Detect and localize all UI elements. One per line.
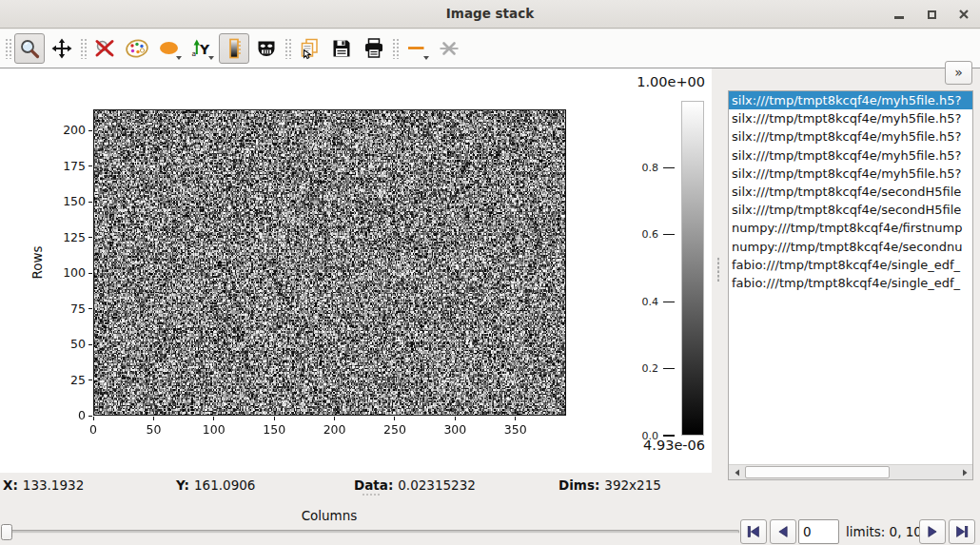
splitter-handle[interactable] — [712, 68, 728, 480]
close-button[interactable] — [948, 0, 980, 29]
url-list[interactable]: silx:///tmp/tmpt8kcqf4e/myh5file.h5?silx… — [728, 90, 973, 480]
list-item[interactable]: silx:///tmp/tmpt8kcqf4e/myh5file.h5? — [729, 91, 972, 109]
y-tick-mark — [88, 308, 92, 309]
pan-mode-button[interactable] — [47, 33, 77, 64]
colorbar-tick-mark — [663, 302, 675, 302]
keep-aspect-ratio-button[interactable] — [154, 33, 185, 64]
last-frame-button[interactable] — [949, 519, 975, 544]
colorbar-gradient[interactable] — [681, 101, 704, 436]
toolbar-grip — [392, 38, 399, 59]
first-frame-button[interactable] — [740, 519, 767, 544]
y-tick-label: 125 — [46, 230, 86, 244]
dropdown-arrow-icon — [176, 56, 182, 60]
toolbar: Y a — [0, 29, 980, 68]
y-tick-label: 50 — [46, 337, 86, 351]
reset-zoom-button[interactable] — [89, 33, 120, 64]
y-axis-label: Rows — [29, 243, 45, 282]
next-frame-icon — [923, 522, 942, 541]
profile-button[interactable] — [402, 33, 432, 64]
y-tick-mark — [88, 273, 92, 274]
splitter-dots-icon — [362, 493, 381, 496]
titlebar: Image stack — [0, 0, 980, 29]
svg-text:a: a — [192, 49, 197, 58]
zoom-mode-button[interactable] — [14, 33, 45, 64]
print-button[interactable] — [359, 33, 389, 64]
close-icon — [958, 9, 970, 20]
toolbar-grip — [80, 38, 87, 59]
x-tick-label: 0 — [72, 422, 114, 437]
minimize-button[interactable] — [883, 0, 915, 29]
clear-profile-button[interactable] — [434, 33, 464, 64]
reset-zoom-icon — [93, 37, 116, 60]
list-item[interactable]: silx:///tmp/tmpt8kcqf4e/myh5file.h5? — [729, 109, 972, 127]
y-tick-mark — [88, 416, 92, 417]
list-item[interactable]: silx:///tmp/tmpt8kcqf4e/myh5file.h5? — [729, 127, 972, 146]
maximize-button[interactable] — [915, 0, 948, 29]
minimize-icon — [894, 16, 904, 19]
x-tick-mark — [213, 417, 214, 420]
list-item[interactable]: silx:///tmp/tmpt8kcqf4e/myh5file.h5? — [729, 165, 972, 183]
next-frame-button[interactable] — [919, 519, 946, 544]
list-item[interactable]: numpy:///tmp/tmpt8kcqf4e/firstnump — [729, 219, 972, 237]
image-stack-window: Image stack — [0, 0, 980, 545]
save-icon — [330, 37, 353, 60]
colorbar-max-label: 1.00e+00 — [609, 74, 705, 89]
status-dims: Dims:392x215 — [559, 477, 661, 493]
slider-groove[interactable] — [2, 530, 739, 534]
y-tick-mark — [88, 237, 92, 238]
colorbar-tick-label: 0.6 — [622, 228, 658, 241]
save-button[interactable] — [326, 33, 357, 64]
mask-tools-button[interactable] — [251, 33, 282, 64]
toolbar-grip — [284, 38, 291, 59]
status-y: Y:161.0906 — [176, 477, 255, 493]
colormap-button[interactable] — [122, 33, 152, 64]
window-title: Image stack — [0, 6, 980, 21]
x-tick-label: 50 — [132, 422, 174, 437]
colorbar-icon — [223, 37, 245, 60]
x-tick-mark — [515, 417, 516, 420]
statusbar: X:133.1932 Y:161.0906 Data:0.02315232 Di… — [0, 476, 980, 496]
printer-icon — [363, 37, 385, 60]
x-tick-label: 100 — [193, 422, 235, 437]
expand-button[interactable]: » — [945, 61, 972, 85]
magnifier-icon — [18, 37, 41, 60]
y-tick-mark — [88, 202, 92, 203]
x-tick-mark — [455, 417, 456, 420]
slider-handle[interactable] — [1, 524, 12, 540]
status-data: Data:0.02315232 — [354, 477, 476, 493]
plot-axes[interactable] — [93, 109, 566, 416]
image-plot-canvas[interactable] — [94, 110, 565, 415]
y-tick-mark — [88, 380, 92, 380]
x-tick-label: 250 — [374, 422, 416, 437]
x-tick-mark — [153, 417, 154, 420]
colorbar-tick-mark — [663, 368, 675, 369]
x-tick-mark — [394, 417, 395, 420]
list-item[interactable]: fabio:///tmp/tmpt8kcqf4e/single_edf_ — [729, 256, 972, 274]
list-item[interactable]: silx:///tmp/tmpt8kcqf4e/secondH5file — [729, 201, 972, 219]
colorbar-tick-mark — [663, 435, 675, 436]
x-tick-mark — [93, 417, 94, 420]
colorbar-tick-label: 0.0 — [622, 430, 658, 442]
y-tick-label: 200 — [46, 123, 86, 137]
list-item[interactable]: silx:///tmp/tmpt8kcqf4e/secondH5file — [729, 183, 972, 201]
x-tick-label: 200 — [314, 422, 356, 437]
colorbar-button[interactable] — [219, 33, 249, 64]
last-frame-icon — [952, 522, 971, 541]
x-tick-label: 150 — [253, 422, 295, 437]
list-item[interactable]: fabio:///tmp/tmpt8kcqf4e/single_edf_ — [729, 274, 972, 292]
previous-frame-button[interactable] — [770, 519, 796, 544]
list-item[interactable]: silx:///tmp/tmpt8kcqf4e/myh5file.h5? — [729, 146, 972, 165]
colorbar-tick-label: 0.8 — [622, 162, 658, 174]
y-tick-label: 75 — [46, 302, 86, 316]
y-tick-mark — [88, 344, 92, 345]
copy-to-clipboard-button[interactable] — [294, 33, 324, 64]
list-item[interactable]: numpy:///tmp/tmpt8kcqf4e/secondnu — [729, 238, 972, 256]
x-tick-label: 350 — [495, 422, 537, 437]
frame-browser: limits: 0, 10 — [0, 516, 980, 545]
frame-number-input[interactable] — [798, 519, 839, 544]
svg-text:Y: Y — [199, 42, 210, 57]
first-frame-icon — [744, 522, 763, 541]
y-axis-orientation-button[interactable]: Y a — [186, 33, 217, 64]
pan-icon — [50, 37, 73, 60]
dropdown-arrow-icon — [208, 56, 214, 60]
